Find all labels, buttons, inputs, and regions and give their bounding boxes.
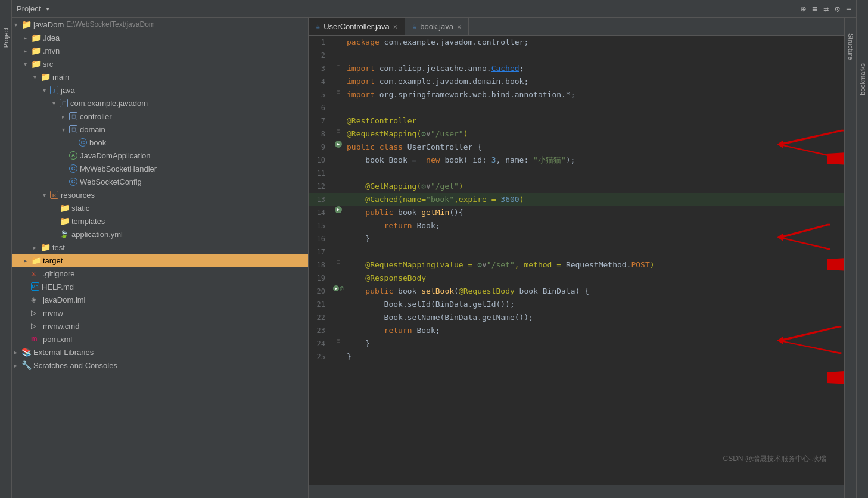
code-line-14: 14 ▶ public book getMin(){ — [309, 206, 844, 219]
line-content-20: public book setBook(@RequestBody book Bi… — [344, 285, 844, 298]
line-num-5: 5 — [309, 88, 332, 101]
code-line-19: 19 @ResponseBody — [309, 272, 844, 285]
tree-item-websocket-config[interactable]: C WebSocketConfig — [12, 175, 308, 188]
code-line-6: 6 — [309, 101, 844, 114]
project-tab-label[interactable]: Project — [1, 24, 11, 51]
com-folder-icon: ◻ — [60, 99, 68, 107]
line-content-8: @RequestMapping(⚙∨"/user") — [344, 127, 844, 141]
tree-item-mvnw[interactable]: ▷ mvnw — [12, 306, 308, 319]
tree-item-templates[interactable]: 📁 templates — [12, 214, 308, 228]
tree-item-iml[interactable]: ◈ javaDom.iml — [12, 293, 308, 306]
code-line-17: 17 — [309, 245, 844, 259]
tree-item-helpmd[interactable]: MD HELP.md — [12, 280, 308, 293]
line-num-17: 17 — [309, 245, 332, 259]
gutter-9: ▶ — [332, 141, 344, 148]
line-num-25: 25 — [309, 350, 332, 363]
mvnw-cmd-icon: ▷ — [31, 322, 41, 330]
tree-item-websocket-handler[interactable]: C MyWebSocketHandler — [12, 162, 308, 175]
label-gitignore: .gitignore — [43, 269, 74, 278]
tree-item-test[interactable]: ▸ 📁 test — [12, 241, 308, 254]
code-line-25: 25 } — [309, 350, 844, 363]
tree-item-java[interactable]: ▾ j java — [12, 83, 308, 97]
tab-usercontroller-label: UserController.java — [323, 22, 390, 31]
label-resources: resources — [61, 191, 95, 200]
tree-item-target[interactable]: ▸ 📁 target — [12, 254, 308, 267]
line-num-21: 21 — [309, 298, 332, 311]
fold-icon-12[interactable]: ⊟ — [337, 180, 340, 186]
line-content-19: @ResponseBody — [344, 272, 844, 285]
line-num-6: 6 — [309, 101, 332, 114]
tree-item-com[interactable]: ▾ ◻ com.example.javadom — [12, 97, 308, 110]
tree-item-gitignore[interactable]: ⧖ .gitignore — [12, 267, 308, 280]
gutter-24: ⊟ — [332, 337, 344, 344]
code-line-21: 21 Book.setId(BinData.getId()); — [309, 298, 844, 311]
tree-item-pom[interactable]: m pom.xml — [12, 332, 308, 346]
title-globe-icon[interactable]: ⊕ — [801, 4, 806, 14]
fold-icon-8[interactable]: ⊟ — [337, 127, 340, 134]
tab-usercontroller[interactable]: ☕ UserController.java × — [309, 18, 405, 35]
tree-item-mvn[interactable]: ▸ 📁 .mvn — [12, 44, 308, 57]
project-dropdown-icon[interactable]: ▾ — [45, 5, 49, 13]
tree-item-src[interactable]: ▾ 📁 src — [12, 57, 308, 70]
line-content-17 — [344, 245, 844, 259]
run-icon-9[interactable]: ▶ — [335, 141, 342, 148]
tree-item-domain[interactable]: ▾ ◻ domain — [12, 123, 308, 136]
gutter-14: ▶ — [332, 206, 344, 213]
title-minimize-icon[interactable]: − — [846, 4, 851, 14]
line-content-18: @RequestMapping(value = ⚙∨"/set", method… — [344, 259, 844, 272]
code-editor[interactable]: 1 package com.example.javadom.controller… — [309, 36, 844, 485]
bookmarks-panel: bookmarks — [856, 0, 868, 498]
line-content-10: book Book = new book( id: 3, name: "小猫猫"… — [344, 154, 844, 167]
fold-icon-5[interactable]: ⊟ — [337, 88, 340, 95]
label-idea: .idea — [43, 33, 60, 42]
structure-label[interactable]: Structure — [846, 30, 855, 64]
run-icon-14[interactable]: ▶ — [335, 206, 342, 213]
title-settings-icon[interactable]: ⚙ — [835, 4, 840, 14]
title-list-icon[interactable]: ≡ — [812, 4, 817, 14]
arrow-resources: ▾ — [43, 192, 50, 198]
tree-item-ext-lib[interactable]: ▸ 📚 External Libraries — [12, 346, 308, 359]
code-line-24: 24 ⊟ } — [309, 337, 844, 350]
tab-book[interactable]: ☕ book.java × — [405, 18, 469, 35]
bookmarks-label[interactable]: bookmarks — [858, 60, 867, 99]
fold-icon-24[interactable]: ⊟ — [337, 337, 340, 344]
arrow-com: ▾ — [52, 100, 60, 107]
label-book: book — [89, 138, 106, 147]
test-folder-icon: 📁 — [41, 242, 50, 252]
ws-config-icon: C — [69, 178, 77, 186]
tree-item-idea[interactable]: ▸ 📁 .idea — [12, 31, 308, 44]
fold-icon-18[interactable]: ⊟ — [337, 259, 340, 265]
title-bar: Project ▾ ⊕ ≡ ⇄ ⚙ − — [12, 0, 856, 18]
watermark: CSDN @瑞晟技术服务中心-耿瑞 — [723, 454, 826, 464]
label-templates: templates — [71, 217, 105, 226]
title-sync-icon[interactable]: ⇄ — [823, 4, 829, 14]
code-line-23: 23 return Book; — [309, 324, 844, 337]
tree-item-mvnw-cmd[interactable]: ▷ mvnw.cmd — [12, 319, 308, 332]
line-num-24: 24 — [309, 337, 332, 350]
line-content-12: @GetMapping(⚙∨"/get") — [344, 180, 844, 193]
label-helpmd: HELP.md — [42, 282, 74, 291]
templates-folder-icon: 📁 — [60, 216, 69, 226]
tree-item-main[interactable]: ▾ 📁 main — [12, 70, 308, 83]
tree-item-static[interactable]: 📁 static — [12, 201, 308, 214]
tree-item-javadomain-app[interactable]: A JavaDomApplication — [12, 149, 308, 162]
folder-icon-idea: 📁 — [31, 33, 41, 42]
tab-bar: ☕ UserController.java × ☕ book.java × — [309, 18, 844, 36]
tab-usercontroller-close[interactable]: × — [393, 23, 397, 31]
line-num-19: 19 — [309, 272, 332, 285]
project-dropdown[interactable]: Project — [17, 4, 41, 13]
line-content-24: } — [344, 337, 844, 350]
code-line-22: 22 Book.setName(BinData.getName()); — [309, 311, 844, 324]
tab-book-close[interactable]: × — [457, 23, 461, 31]
run-icon-20[interactable]: ▶ — [333, 285, 339, 291]
target-folder-icon: 📁 — [31, 256, 41, 265]
tree-item-controller[interactable]: ▸ ◻ controller — [12, 110, 308, 123]
line-num-12: 12 — [309, 180, 332, 193]
tree-item-javadom[interactable]: ▾ 📁 javaDom E:\WebSocketText\javaDom — [12, 18, 308, 31]
tree-item-application-yml[interactable]: 🍃 application.yml — [12, 228, 308, 241]
fold-icon-3[interactable]: ⊟ — [337, 62, 340, 69]
label-mvnw-cmd: mvnw.cmd — [43, 322, 79, 331]
tree-item-scratches[interactable]: ▸ 🔧 Scratches and Consoles — [12, 359, 308, 372]
tree-item-resources[interactable]: ▾ R resources — [12, 188, 308, 201]
tree-item-book[interactable]: C book — [12, 136, 308, 149]
